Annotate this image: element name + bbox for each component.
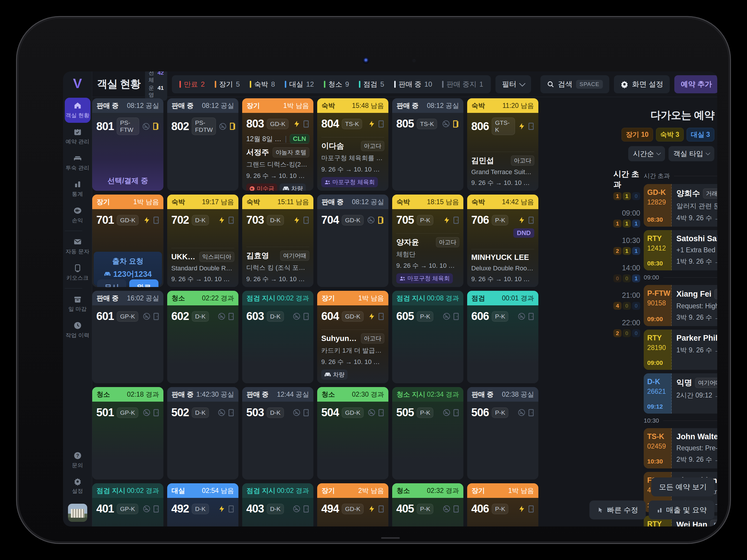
upcoming-chip-long[interactable]: 장기 10 bbox=[621, 128, 653, 141]
room-card-606[interactable]: 점검00:01 경과606P-K bbox=[467, 291, 538, 383]
reservation-card[interactable]: RTY2819009:00Parker Phil1박 9. 26 수 → bbox=[644, 329, 717, 370]
status-filter-청소[interactable]: 청소9 bbox=[324, 80, 349, 89]
room-type-chip: GD-K bbox=[342, 407, 364, 418]
room-card-604[interactable]: 장기1박 남음604GD-KSuhyun Park아고다카드키 1개 더 발급해… bbox=[317, 291, 388, 383]
reservation-guest-name: 익명 bbox=[676, 377, 692, 388]
room-type-chip: D-K bbox=[192, 504, 209, 514]
sidebar-item-손익[interactable]: 손익 bbox=[65, 203, 91, 228]
room-card-506[interactable]: 판매 중02:38 공실506P-K bbox=[467, 387, 538, 480]
room-card-704[interactable]: 판매 중08:12 공실704GD-K bbox=[317, 194, 388, 287]
sidebar-item-키오스크[interactable]: 키오스크 bbox=[65, 260, 91, 285]
upcoming-chip-stay[interactable]: 숙박 3 bbox=[656, 128, 684, 141]
room-card-504[interactable]: 청소02:30 경과504GD-K bbox=[317, 387, 388, 480]
room-card-401[interactable]: 점검 지시00:02 경과401GP-K bbox=[92, 483, 163, 527]
status-filter-숙박[interactable]: 숙박8 bbox=[250, 80, 275, 89]
room-card-494[interactable]: 장기2박 남음494GD-K bbox=[317, 483, 388, 527]
room-card-702[interactable]: 숙박19:17 남음702D-KUKKYU CH…익스피디아Standard D… bbox=[167, 194, 238, 287]
sort-dropdown-1[interactable]: 객실 타입 bbox=[669, 146, 714, 161]
rail-slot-09:00: 09:00111 bbox=[613, 209, 640, 228]
search-icon bbox=[547, 80, 555, 88]
room-card-701[interactable]: 장기1박 남음701GD-K출차 요청123어1234무시완료 bbox=[92, 194, 163, 287]
room-card-705[interactable]: 숙박18:15 남음705P-K양자윤아고다체험단9. 26 수 → 10. 1… bbox=[392, 194, 463, 287]
group-icon bbox=[324, 179, 331, 185]
room-card-406[interactable]: 장기1박 남음406P-K bbox=[467, 483, 538, 527]
room-card-505[interactable]: 청소 지시02:34 경과505P-K bbox=[392, 387, 463, 480]
room-count-summary: 전체 42 운영 41 bbox=[145, 72, 167, 101]
reservation-card[interactable]: RTY1241208:30Satoshi Sak+1 Extra Bed1박 9… bbox=[644, 230, 717, 270]
reservation-card[interactable]: P-FTW9015809:00Xiang Fei트립Request: High3… bbox=[644, 285, 717, 326]
sort-dropdown-0[interactable]: 시간순 bbox=[628, 146, 665, 161]
badge-마포구청 체육회: 마포구청 체육회 bbox=[321, 177, 378, 187]
sidebar-item-문의[interactable]: ?문의 bbox=[65, 448, 91, 473]
view-all-reservations-button[interactable]: 모든 예약 보기 bbox=[651, 477, 714, 497]
room-card-501[interactable]: 청소02:18 경과501GP-K bbox=[92, 387, 163, 480]
room-card-802[interactable]: 판매 중08:12 공실802PS-FDTW bbox=[167, 98, 238, 191]
hotel-photo-thumbnail[interactable] bbox=[68, 504, 87, 522]
valet-done-button[interactable]: 완료 bbox=[129, 279, 158, 287]
home-indicator bbox=[381, 537, 400, 539]
room-card-icons bbox=[368, 313, 384, 320]
sidebar-item-작업 이력[interactable]: 작업 이력 bbox=[65, 318, 91, 343]
sidebar-item-일 마감[interactable]: 일 마감 bbox=[65, 291, 91, 317]
status-filter-점검[interactable]: 점검5 bbox=[359, 80, 384, 89]
room-card-601[interactable]: 판매 중16:02 공실601GP-K bbox=[92, 291, 163, 383]
room-status-time: 00:02 경과 bbox=[127, 486, 159, 495]
room-card-405[interactable]: 청소02:32 경과405P-K bbox=[392, 483, 463, 527]
reservation-card[interactable]: TS-K0245910:30John WalterRequest: Pre-2박… bbox=[644, 428, 717, 469]
room-status-label: 장기 bbox=[97, 197, 110, 207]
room-card-803[interactable]: 장기1박 남음803GD-K12월 8일 전까지…|CLN서정주야놀자 호텔그랜… bbox=[242, 98, 313, 191]
room-card-492[interactable]: 대실02:54 남음492D-K bbox=[167, 483, 238, 527]
sidebar-item-통계[interactable]: 통계 bbox=[65, 177, 91, 202]
room-card-605[interactable]: 점검 지시00:08 경과605P-K bbox=[392, 291, 463, 383]
stage: V 객실 현황예약 관리투숙 관리통계손익자동 문자키오스크일 마감작업 이력 … bbox=[0, 0, 747, 560]
room-card-706[interactable]: 숙박14:42 남음706P-KDNDMINHYUCK LEEDeluxe Do… bbox=[467, 194, 538, 287]
room-card-503[interactable]: 판매 중12:44 공실503D-K bbox=[242, 387, 313, 480]
ota-channel-chip: 아고다 bbox=[511, 156, 534, 166]
reservation-time: 10:30 bbox=[647, 450, 668, 465]
reservation-card[interactable]: D-K2662109:12익명여기어때2시간 09:12 → bbox=[644, 373, 717, 414]
valet-ignore-button[interactable]: 무시 bbox=[97, 279, 126, 287]
filter-count: 10 bbox=[424, 80, 432, 88]
status-filter-만료[interactable]: 만료2 bbox=[179, 80, 205, 89]
status-filter-장기[interactable]: 장기5 bbox=[215, 80, 240, 89]
room-card-703[interactable]: 숙박15:11 남음703D-K김효영여기어때디럭스 킹 (조식 포함)…9. … bbox=[242, 194, 313, 287]
room-card-403[interactable]: 점검 지시00:02 경과403D-K bbox=[242, 483, 313, 527]
room-status-time: 00:02 경과 bbox=[277, 294, 309, 303]
sidebar-item-투숙 관리[interactable]: 투숙 관리 bbox=[65, 150, 91, 175]
room-card-805[interactable]: 판매 중08:12 공실805TS-K bbox=[392, 98, 463, 191]
upcoming-chip-daily[interactable]: 대실 3 bbox=[687, 128, 714, 141]
status-filter-판매 중[interactable]: 판매 중10 bbox=[394, 80, 432, 89]
room-type-chip: GD-K bbox=[117, 215, 138, 225]
room-status-label: 판매 중 bbox=[172, 101, 194, 110]
quick-edit-button[interactable]: 빠른 수정 bbox=[589, 501, 646, 519]
rail-slot-14:00: 14:00001 bbox=[613, 264, 640, 282]
rail-count: 1 bbox=[613, 192, 621, 200]
room-card-502[interactable]: 판매 중1:42:30 공실502D-K bbox=[167, 387, 238, 480]
reservation-card[interactable]: GD-K1282908:30양희수거래처 문알러지 관련 문의4박 9. 26 … bbox=[644, 184, 717, 226]
room-card-body: 704GD-K bbox=[317, 209, 388, 287]
door-icon bbox=[153, 313, 159, 320]
status-filter-대실[interactable]: 대실12 bbox=[285, 80, 314, 89]
screen-settings-button[interactable]: 화면 설정 bbox=[614, 75, 670, 93]
search-button[interactable]: 검색 SPACE bbox=[540, 75, 609, 93]
guest-stay-dates: 9. 26 수 → 10. 10 목 14박 bbox=[321, 165, 384, 174]
room-number: 801 bbox=[96, 120, 114, 133]
sidebar: V 객실 현황예약 관리투숙 관리통계손익자동 문자키오스크일 마감작업 이력 … bbox=[63, 72, 92, 527]
reservation-id: 12412 bbox=[647, 244, 668, 252]
sidebar-item-설정[interactable]: 설정 bbox=[65, 474, 91, 499]
mail-icon bbox=[73, 237, 82, 246]
guest-stay-dates: 9. 26 수 → 10. 10 목 14박 bbox=[321, 357, 384, 366]
sidebar-item-예약 관리[interactable]: 예약 관리 bbox=[65, 124, 91, 149]
room-card-806[interactable]: 숙박11:20 남음806GTS-K김민섭아고다Grand Terrace Su… bbox=[467, 98, 538, 191]
add-reservation-button[interactable]: 예약 추가 bbox=[674, 75, 717, 93]
status-filter-판매 중지[interactable]: 판매 중지1 bbox=[442, 80, 483, 89]
revenue-summary-button[interactable]: 매출 및 요약 bbox=[649, 501, 714, 519]
sidebar-item-객실 현황[interactable]: 객실 현황 bbox=[65, 98, 91, 123]
room-type-chip: GD-K bbox=[267, 119, 289, 129]
room-card-804[interactable]: 숙박15:48 남음804TS-K이다솜아고다마포구청 체육회를 통해 예…9.… bbox=[317, 98, 388, 191]
sidebar-item-자동 문자[interactable]: 자동 문자 bbox=[65, 234, 91, 259]
room-card-603[interactable]: 점검 지시00:02 경과603D-K bbox=[242, 291, 313, 383]
room-card-602[interactable]: 청소02:22 경과602D-K bbox=[167, 291, 238, 383]
room-card-801[interactable]: 판매 중08:12 공실801PS-FTW선택/결제 중 bbox=[92, 98, 163, 191]
filter-button[interactable]: 필터 bbox=[495, 75, 531, 93]
